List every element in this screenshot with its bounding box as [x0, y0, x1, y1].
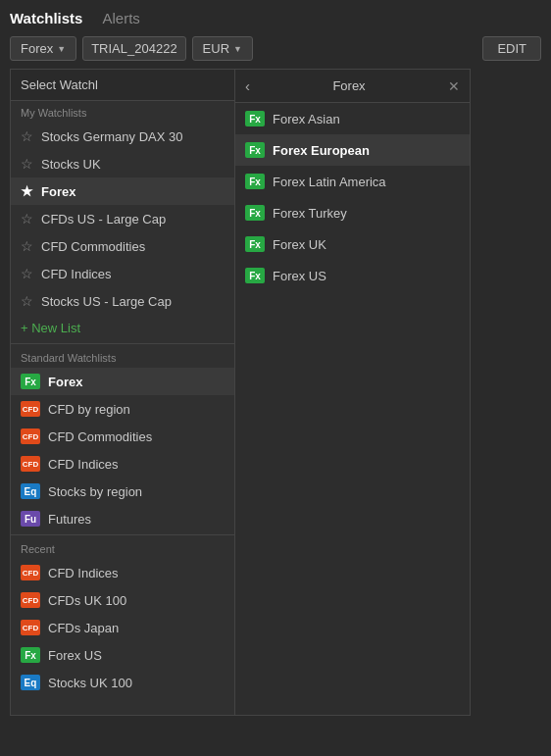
forex-dropdown-label: Forex	[21, 41, 53, 56]
recent-label: Recent	[11, 537, 234, 559]
forex-dropdown[interactable]: Forex ▼	[10, 36, 76, 61]
right-item-label: Forex Latin America	[273, 175, 386, 189]
std-item-cfd-region[interactable]: CFD CFD by region	[11, 395, 234, 423]
edit-button[interactable]: EDIT	[482, 36, 541, 61]
close-icon[interactable]: ✕	[448, 78, 460, 94]
std-item-label: CFD by region	[48, 402, 130, 417]
right-item-forex-latin[interactable]: Fx Forex Latin America	[235, 166, 470, 197]
fx-icon-forex-asian: Fx	[245, 111, 265, 126]
divider-1	[11, 343, 234, 344]
rec-item-stocks-uk100[interactable]: Eq Stocks UK 100	[11, 669, 234, 696]
watchlist-item-label: Stocks UK	[41, 157, 101, 172]
watchlist-item-cfds-us[interactable]: ☆ CFDs US - Large Cap	[11, 205, 234, 232]
std-item-forex[interactable]: Fx Forex	[11, 368, 234, 395]
fx-icon-forex-european: Fx	[245, 142, 265, 158]
star-icon-cfds-us: ☆	[21, 211, 33, 227]
eq-icon-stocks-region: Eq	[21, 483, 40, 499]
fx-icon-std-forex: Fx	[21, 374, 40, 389]
right-item-forex-asian[interactable]: Fx Forex Asian	[235, 103, 470, 134]
std-item-label: CFD Commodities	[48, 429, 152, 444]
rec-item-label: Stocks UK 100	[48, 676, 132, 690]
select-watchlist-header: Select Watchl	[11, 70, 234, 101]
std-item-label: Futures	[48, 512, 91, 527]
std-item-label: Stocks by region	[48, 484, 142, 499]
rec-item-forex-us[interactable]: Fx Forex US	[11, 641, 234, 669]
fx-icon-forex-uk: Fx	[245, 236, 265, 252]
right-item-label: Forex UK	[273, 237, 326, 252]
rec-item-label: Forex US	[48, 648, 102, 663]
rec-item-cfds-uk100[interactable]: CFD CFDs UK 100	[11, 586, 234, 614]
watchlist-item-stocks-us[interactable]: ☆ Stocks US - Large Cap	[11, 287, 234, 315]
my-watchlists-label: My Watchlists	[11, 101, 234, 123]
right-item-label: Forex Turkey	[273, 206, 347, 221]
star-icon-forex: ★	[21, 183, 33, 199]
right-item-forex-european[interactable]: Fx Forex European	[235, 134, 470, 166]
fx-icon-rec-forex-us: Fx	[21, 647, 40, 663]
main-area: Select Watchl My Watchlists ☆ Stocks Ger…	[10, 69, 541, 716]
fu-icon-futures: Fu	[21, 511, 40, 527]
watchlist-item-cfd-commodities[interactable]: ☆ CFD Commodities	[11, 232, 234, 260]
currency-dropdown-arrow: ▼	[233, 44, 242, 54]
watchlist-item-forex[interactable]: ★ Forex	[11, 177, 234, 205]
currency-label: EUR	[203, 41, 229, 56]
eq-icon-rec-stocks-uk100: Eq	[21, 675, 40, 690]
cfd-icon-rec-cfd-indices: CFD	[21, 565, 40, 580]
left-panel: Select Watchl My Watchlists ☆ Stocks Ger…	[10, 69, 235, 716]
cfd-icon-rec-cfds-japan: CFD	[21, 620, 40, 635]
standard-watchlists-label: Standard Watchlists	[11, 346, 234, 368]
right-panel-title: Forex	[258, 78, 440, 93]
tab-alerts[interactable]: Alerts	[102, 10, 139, 26]
watchlist-item-label: Stocks Germany DAX 30	[41, 129, 183, 144]
right-item-forex-turkey[interactable]: Fx Forex Turkey	[235, 197, 470, 228]
star-icon-cfd-commodities: ☆	[21, 238, 33, 254]
account-label: TRIAL_204222	[82, 36, 185, 61]
cfd-icon-rec-cfds-uk100: CFD	[21, 592, 40, 608]
std-item-label: Forex	[48, 375, 82, 389]
right-item-forex-uk[interactable]: Fx Forex UK	[235, 228, 470, 260]
tab-watchlists[interactable]: Watchlists	[10, 10, 82, 26]
rec-item-label: CFD Indices	[48, 566, 119, 580]
divider-2	[11, 534, 234, 535]
new-list-button[interactable]: + New List	[11, 315, 234, 341]
rec-item-label: CFDs UK 100	[48, 593, 126, 608]
right-item-label: Forex European	[273, 143, 370, 158]
toolbar: Forex ▼ TRIAL_204222 EUR ▼ EDIT	[10, 36, 541, 61]
rec-item-cfd-indices[interactable]: CFD CFD Indices	[11, 559, 234, 586]
currency-dropdown[interactable]: EUR ▼	[192, 36, 253, 61]
star-icon-stocks-uk: ☆	[21, 156, 33, 172]
std-item-cfd-commodities[interactable]: CFD CFD Commodities	[11, 423, 234, 450]
watchlist-item-label: CFD Commodities	[41, 239, 145, 254]
rec-item-label: CFDs Japan	[48, 621, 119, 635]
star-icon-stocks-germany: ☆	[21, 128, 33, 144]
std-item-cfd-indices[interactable]: CFD CFD Indices	[11, 450, 234, 478]
watchlist-item-label: CFD Indices	[41, 267, 112, 281]
star-icon-cfd-indices: ☆	[21, 266, 33, 281]
watchlist-item-stocks-germany[interactable]: ☆ Stocks Germany DAX 30	[11, 123, 234, 150]
cfd-icon-cfd-indices: CFD	[21, 456, 40, 472]
cfd-icon-cfd-region: CFD	[21, 401, 40, 417]
cfd-icon-cfd-commodities: CFD	[21, 428, 40, 444]
fx-icon-forex-latin: Fx	[245, 174, 265, 189]
watchlist-item-label: CFDs US - Large Cap	[41, 212, 166, 227]
fx-icon-forex-turkey: Fx	[245, 205, 265, 221]
app-container: Watchlists Alerts Forex ▼ TRIAL_204222 E…	[0, 0, 551, 756]
right-item-forex-us[interactable]: Fx Forex US	[235, 260, 470, 291]
watchlist-item-label: Stocks US - Large Cap	[41, 294, 172, 309]
right-item-label: Forex US	[273, 269, 326, 283]
right-panel-header: ‹ Forex ✕	[235, 70, 470, 103]
rec-item-cfds-japan[interactable]: CFD CFDs Japan	[11, 614, 234, 641]
right-panel: ‹ Forex ✕ Fx Forex Asian Fx Forex Europe…	[235, 69, 471, 716]
fx-icon-forex-us: Fx	[245, 268, 265, 283]
header-tabs: Watchlists Alerts	[10, 10, 541, 26]
watchlist-item-cfd-indices[interactable]: ☆ CFD Indices	[11, 260, 234, 287]
std-item-stocks-region[interactable]: Eq Stocks by region	[11, 478, 234, 505]
right-item-label: Forex Asian	[273, 112, 340, 126]
back-arrow-icon[interactable]: ‹	[245, 77, 250, 94]
star-icon-stocks-us: ☆	[21, 293, 33, 309]
watchlist-item-stocks-uk[interactable]: ☆ Stocks UK	[11, 150, 234, 177]
std-item-label: CFD Indices	[48, 457, 119, 472]
std-item-futures[interactable]: Fu Futures	[11, 505, 234, 532]
watchlist-item-label: Forex	[41, 184, 75, 199]
forex-dropdown-arrow: ▼	[57, 44, 66, 54]
